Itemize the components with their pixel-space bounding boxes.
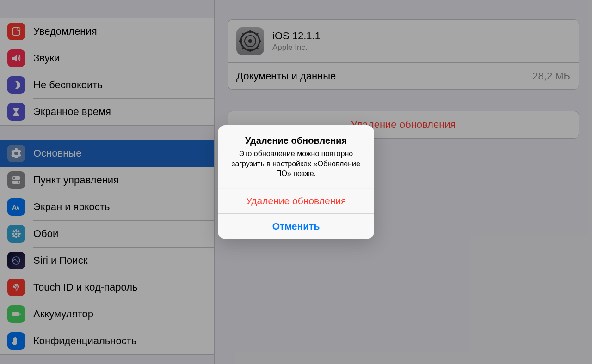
alert-cancel-button[interactable]: Отменить bbox=[218, 213, 374, 239]
alert-delete-button[interactable]: Удаление обновления bbox=[218, 188, 374, 213]
alert-message: Это обновление можно повторно загрузить … bbox=[228, 149, 364, 179]
confirm-delete-alert: Удаление обновления Это обновление можно… bbox=[218, 125, 374, 239]
alert-title: Удаление обновления bbox=[228, 135, 364, 146]
